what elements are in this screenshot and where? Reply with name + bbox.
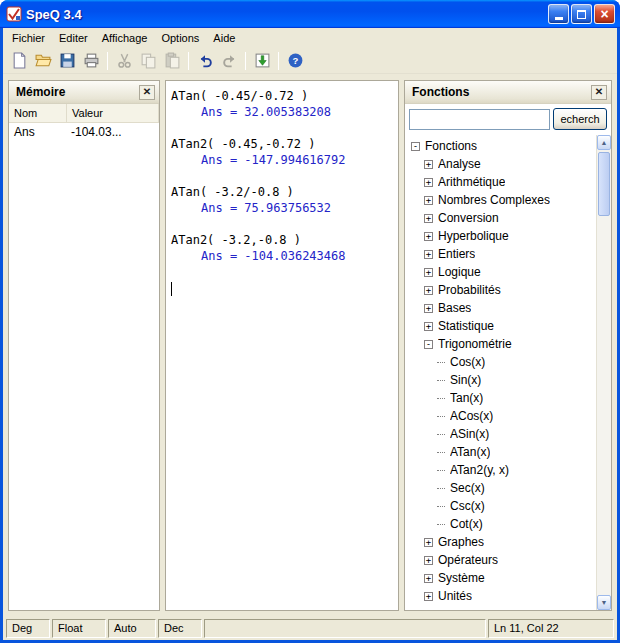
column-header-valeur[interactable]: Valeur [67,104,159,122]
expand-icon[interactable]: + [424,214,433,223]
tree-item-statistique[interactable]: +Statistique [405,317,595,335]
menu-item-affichage[interactable]: Affichage [95,30,155,46]
expand-icon[interactable]: + [424,574,433,583]
tree-item-arithmetique[interactable]: +Arithmétique [405,173,595,191]
tree-item-graphes[interactable]: +Graphes [405,533,595,551]
column-header-nom[interactable]: Nom [9,104,67,122]
tree-scrollbar[interactable]: ▲ ▼ [596,135,611,610]
save-icon [59,52,76,69]
tree-item-bases[interactable]: +Bases [405,299,595,317]
tree-item-label: Graphes [438,535,484,549]
open-icon [35,52,52,69]
status-spacer [204,619,486,638]
tree-item-label: Sin(x) [450,373,481,387]
tree-item-label: Hyperbolique [438,229,509,243]
undo-button[interactable] [193,49,217,72]
open-button[interactable] [31,49,55,72]
menu-item-options[interactable]: Options [154,30,206,46]
scroll-down-button[interactable]: ▼ [597,595,611,610]
close-button[interactable]: × [594,4,615,24]
tree-connector [437,470,445,471]
tree-item-sin-x[interactable]: Sin(x) [405,371,595,389]
app-body: FichierEditerAffichageOptionsAide ? Mémo… [3,28,617,640]
expand-icon[interactable]: + [424,304,433,313]
expand-icon[interactable]: + [424,322,433,331]
menu-item-fichier[interactable]: Fichier [5,30,52,46]
functions-panel-header: Fonctions ✕ [405,81,611,104]
menu-item-aide[interactable]: Aide [206,30,242,46]
tree-item-systeme[interactable]: +Système [405,569,595,587]
status-auto: Auto [108,619,156,638]
tree-item-logique[interactable]: +Logique [405,263,595,281]
cut-button[interactable] [112,49,136,72]
tree-item-tan-x[interactable]: Tan(x) [405,389,595,407]
memory-column-headers: Nom Valeur [9,104,159,123]
expand-icon[interactable]: + [424,160,433,169]
tree-item-label: Fonctions [425,139,477,153]
expand-icon[interactable]: + [424,268,433,277]
tree-item-entiers[interactable]: +Entiers [405,245,595,263]
tree-item-fonctions[interactable]: -Fonctions [405,137,595,155]
expand-icon[interactable]: + [424,592,433,601]
functions-tree-wrap: -Fonctions+Analyse+Arithmétique+Nombres … [405,135,611,610]
minimize-button[interactable] [548,4,569,24]
tree-item-unites[interactable]: +Unités [405,587,595,605]
tree-item-cot-x[interactable]: Cot(x) [405,515,595,533]
tree-item-nombres-complexes[interactable]: +Nombres Complexes [405,191,595,209]
save-button[interactable] [55,49,79,72]
expand-icon[interactable]: + [424,196,433,205]
tree-item-hyperbolique[interactable]: +Hyperbolique [405,227,595,245]
status-deg: Deg [6,619,50,638]
maximize-button[interactable] [571,4,592,24]
paste-button[interactable] [160,49,184,72]
menu-bar: FichierEditerAffichageOptionsAide [3,28,617,48]
redo-button[interactable] [217,49,241,72]
worksheet-blank-line [171,217,393,233]
memory-panel-close-button[interactable]: ✕ [139,85,155,100]
new-button[interactable] [7,49,31,72]
memory-row[interactable]: Ans-104.03... [9,123,159,141]
function-search-input[interactable] [409,109,550,130]
collapse-icon[interactable]: - [411,142,420,151]
expand-icon[interactable]: + [424,286,433,295]
tree-item-asin-x[interactable]: ASin(x) [405,425,595,443]
expand-icon[interactable]: + [424,538,433,547]
toolbar: ? [3,48,617,74]
window-controls: × [548,4,615,24]
help-button[interactable]: ? [283,49,307,72]
insert-button[interactable] [250,49,274,72]
expand-icon[interactable]: + [424,178,433,187]
svg-text:?: ? [292,55,298,66]
expand-icon[interactable]: + [424,232,433,241]
app-window: SpeQ 3.4 × FichierEditerAffichageOptions… [0,0,620,643]
functions-panel-close-button[interactable]: ✕ [591,85,607,100]
tree-item-analyse[interactable]: +Analyse [405,155,595,173]
help-icon: ? [287,52,304,69]
tree-item-cos-x[interactable]: Cos(x) [405,353,595,371]
status-dec: Dec [158,619,202,638]
functions-tree: -Fonctions+Analyse+Arithmétique+Nombres … [405,137,595,610]
scroll-up-button[interactable]: ▲ [597,135,611,150]
tree-item-csc-x[interactable]: Csc(x) [405,497,595,515]
search-button[interactable]: echerch [553,108,607,130]
print-button[interactable] [79,49,103,72]
tree-item-operateurs[interactable]: +Opérateurs [405,551,595,569]
worksheet-answer: Ans = 75.963756532 [171,201,393,217]
expand-icon[interactable]: + [424,250,433,259]
expand-icon[interactable]: + [424,556,433,565]
menu-item-editer[interactable]: Editer [52,30,95,46]
tree-item-trigonometrie[interactable]: -Trigonométrie [405,335,595,353]
tree-item-label: Nombres Complexes [438,193,550,207]
memory-variable-name: Ans [9,125,67,139]
collapse-icon[interactable]: - [424,340,433,349]
tree-item-acos-x[interactable]: ACos(x) [405,407,595,425]
worksheet[interactable]: ATan( -0.45/-0.72 )Ans = 32.005383208 AT… [165,80,399,611]
tree-item-atan2-y-x[interactable]: ATan2(y, x) [405,461,595,479]
scrollbar-thumb[interactable] [598,152,610,216]
tree-item-atan-x[interactable]: ATan(x) [405,443,595,461]
tree-item-sec-x[interactable]: Sec(x) [405,479,595,497]
tree-item-label: Entiers [438,247,475,261]
copy-button[interactable] [136,49,160,72]
tree-item-conversion[interactable]: +Conversion [405,209,595,227]
tree-item-probabilites[interactable]: +Probabilités [405,281,595,299]
